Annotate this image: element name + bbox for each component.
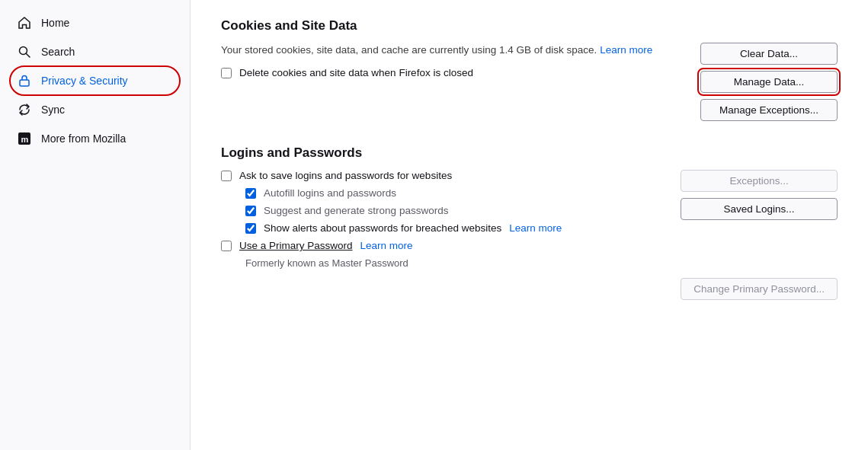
sidebar-item-home[interactable]: Home: [5, 9, 185, 37]
suggest-label[interactable]: Suggest and generate strong passwords: [264, 205, 448, 216]
suggest-row: Suggest and generate strong passwords: [245, 205, 662, 216]
primary-password-label: Use a Primary Password: [239, 240, 353, 251]
autofill-checkbox[interactable]: [245, 188, 256, 199]
sidebar-item-label-sync: Sync: [41, 104, 65, 116]
saved-logins-button[interactable]: Saved Logins...: [681, 198, 838, 220]
breach-row: Show alerts about passwords for breached…: [245, 222, 662, 234]
sidebar-item-search[interactable]: Search: [5, 38, 185, 65]
svg-text:m: m: [21, 135, 29, 144]
sidebar-item-label-search: Search: [41, 46, 75, 58]
manage-exceptions-button[interactable]: Manage Exceptions...: [700, 99, 838, 121]
svg-line-1: [26, 53, 30, 57]
breach-learn-more[interactable]: Learn more: [509, 222, 562, 234]
logins-settings-row: Ask to save logins and passwords for web…: [221, 170, 838, 300]
primary-password-row: Use a Primary Password Learn more: [221, 240, 662, 251]
sidebar-item-label-privacy: Privacy & Security: [41, 75, 128, 87]
formerly-text: Formerly known as Master Password: [245, 257, 662, 269]
logins-section: Logins and Passwords Ask to save logins …: [221, 145, 838, 300]
cookies-learn-more[interactable]: Learn more: [600, 44, 652, 56]
primary-password-checkbox[interactable]: [221, 241, 232, 251]
autofill-label[interactable]: Autofill logins and passwords: [264, 187, 396, 199]
cookies-section: Cookies and Site Data Your stored cookie…: [221, 18, 838, 121]
logins-section-title: Logins and Passwords: [221, 145, 838, 161]
mozilla-icon: m: [17, 131, 32, 146]
cookies-buttons: Clear Data... Manage Data... Manage Exce…: [700, 43, 838, 121]
breach-label[interactable]: Show alerts about passwords for breached…: [264, 222, 501, 234]
ask-save-checkbox[interactable]: [221, 171, 232, 181]
lock-icon: [17, 73, 32, 88]
sidebar-item-sync[interactable]: Sync: [5, 96, 185, 123]
sync-icon: [17, 102, 32, 117]
primary-password-learn-more[interactable]: Learn more: [360, 240, 413, 251]
delete-cookies-row: Delete cookies and site data when Firefo…: [221, 67, 682, 78]
ask-save-label[interactable]: Ask to save logins and passwords for web…: [239, 170, 452, 181]
cookies-description-line: Your stored cookies, site data, and cach…: [221, 43, 682, 61]
ask-save-row: Ask to save logins and passwords for web…: [221, 170, 662, 181]
logins-settings-left: Ask to save logins and passwords for web…: [221, 170, 662, 269]
autofill-row: Autofill logins and passwords: [245, 187, 662, 199]
sidebar-item-privacy[interactable]: Privacy & Security: [5, 67, 185, 94]
logins-buttons: Exceptions... Saved Logins... Change Pri…: [681, 170, 838, 300]
cookies-description: Your stored cookies, site data, and cach…: [221, 43, 597, 58]
sidebar-item-mozilla[interactable]: m More from Mozilla: [5, 125, 185, 152]
sidebar: Home Search Privacy & Security: [0, 0, 191, 450]
svg-rect-2: [20, 80, 29, 86]
home-icon: [17, 15, 32, 30]
manage-data-button[interactable]: Manage Data...: [700, 71, 838, 93]
cookies-settings-left: Your stored cookies, site data, and cach…: [221, 43, 682, 85]
delete-cookies-checkbox[interactable]: [221, 68, 232, 78]
breach-checkbox[interactable]: [245, 223, 256, 234]
sidebar-item-label-home: Home: [41, 17, 69, 29]
cookies-settings-row: Your stored cookies, site data, and cach…: [221, 43, 838, 121]
search-icon: [17, 44, 32, 59]
suggest-checkbox[interactable]: [245, 206, 256, 216]
cookies-section-title: Cookies and Site Data: [221, 18, 838, 34]
clear-data-button[interactable]: Clear Data...: [700, 43, 838, 65]
sidebar-item-label-mozilla: More from Mozilla: [41, 132, 126, 145]
exceptions-button[interactable]: Exceptions...: [681, 170, 838, 192]
delete-cookies-label[interactable]: Delete cookies and site data when Firefo…: [239, 67, 473, 78]
main-content: Cookies and Site Data Your stored cookie…: [191, 0, 868, 450]
change-primary-button[interactable]: Change Primary Password...: [681, 278, 838, 300]
